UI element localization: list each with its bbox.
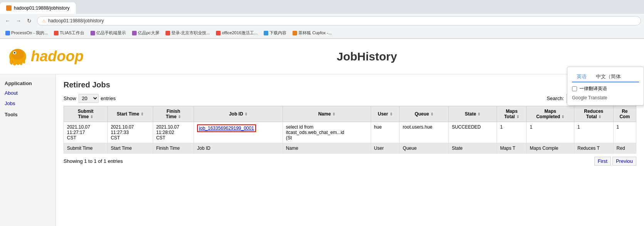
google-translate-label: Google Translate [572,95,639,100]
sort-arrows-maps-total: ⇕ [516,115,519,119]
bookmark-yipin2[interactable]: 亿品pc大屏 [130,29,162,37]
footer-reduces-total: Reduces T [574,143,613,154]
bookmark-download[interactable]: 下载内容 [261,29,289,37]
sort-arrows-jobid: ⇕ [244,112,248,116]
td-maps-completed: 1 [527,122,574,143]
footer-reduces-completed: Red [613,143,636,154]
retired-jobs-title: Retired Jobs [64,80,636,89]
showing-text: Showing 1 to 1 of 1 entries [64,158,123,164]
th-user[interactable]: User ⇕ [371,106,400,122]
sidebar: Application About Jobs Tools [0,74,56,226]
bookmark-label: 登录-北京市职业技... [171,30,210,36]
sidebar-section-application: Application [0,77,55,88]
sort-arrows-reduces-total: ⇕ [598,115,601,119]
show-entries-row: Show 20 50 100 entries Search: [64,94,636,103]
th-start-time[interactable]: Start Time ⇕ [107,106,153,122]
main-content: Retired Jobs Show 20 50 100 entries Sear… [56,74,644,226]
th-finish-time[interactable]: FinishTime ⇕ [153,106,194,122]
th-state[interactable]: State ⇕ [448,106,497,122]
footer-maps-completed: Maps Comple [527,143,574,154]
footer-state: State [448,143,497,154]
bookmark-favicon-office [216,31,221,35]
th-job-id[interactable]: Job ID ⇕ [194,106,283,122]
lang-tab-english[interactable]: 英语 [572,72,591,82]
footer-user: User [371,143,400,154]
previous-page-button[interactable]: Previou [612,157,636,166]
entries-label: entries [101,95,116,101]
th-name[interactable]: Name ⇕ [283,106,371,122]
tab-label: hadoop01:19888/jobhistory [14,5,70,11]
sort-arrows-user: ⇕ [390,112,393,116]
address-box[interactable]: ⚠ hadoop01:19888/jobhistory [37,16,641,25]
nav-icons: ← → ↻ [3,16,34,25]
active-tab[interactable]: hadoop01:19888/jobhistory [0,2,76,14]
svg-rect-5 [17,60,19,65]
bookmark-login[interactable]: 登录-北京市职业技... [163,29,212,37]
browser-chrome: hadoop01:19888/jobhistory ← → ↻ ⚠ hadoop… [0,0,644,39]
td-reduces-completed: 1 [613,122,636,143]
bookmark-office[interactable]: office2016激活工... [214,29,260,37]
td-finish-time: 2021.10.0711:28:02CST [153,122,194,143]
bookmark-processon[interactable]: ProcessOn - 我的... [3,29,50,37]
td-reduces-total: 1 [574,122,613,143]
entries-select[interactable]: 20 50 100 [79,94,99,103]
bookmark-favicon-yipin [90,31,95,35]
security-icon: ⚠ [42,18,46,23]
bookmark-favicon-on [5,31,10,35]
hadoop-logo-area: hadoop [0,43,90,70]
bookmark-label: 亿品pc大屏 [138,30,159,36]
table-header-row: SubmitTime ⇕ Start Time ⇕ FinishTime ⇕ J… [64,106,636,122]
svg-rect-4 [14,60,16,65]
th-reduces-completed[interactable]: ReCom [613,106,636,122]
sort-arrows-finish: ⇕ [178,115,181,119]
page-title-area: JobHistory [90,50,644,63]
bookmark-yipin[interactable]: 亿品手机端显示 [88,29,128,37]
sort-arrows-name: ⇕ [332,112,335,116]
footer-finish-time: Finish Time [153,143,194,154]
translate-checkbox[interactable] [572,86,577,91]
hadoop-logo-text: hadoop [31,48,84,65]
back-button[interactable]: ← [3,16,12,25]
td-maps-total: 1 [497,122,527,143]
pagination-row: Showing 1 to 1 of 1 entries First Previo… [64,157,636,166]
sidebar-link-about[interactable]: About [5,90,18,96]
footer-submit-time: Submit Time [64,143,108,154]
translate-checkbox-label: 一律翻译英语 [579,85,607,92]
reload-button[interactable]: ↻ [25,16,34,25]
sort-arrows-state: ⇕ [477,112,480,116]
bookmark-tlias[interactable]: TLIAS工作台 [52,29,87,37]
lang-tab-chinese[interactable]: 中文（简体 [591,72,626,82]
first-page-button[interactable]: First [594,157,611,166]
td-start-time: 2021.10.0711:27:33CST [107,122,153,143]
bookmark-favicon-yipin2 [132,31,137,35]
bookmark-cupfox[interactable]: 茶杯狐 Cupfox -... [290,29,334,37]
sidebar-link-jobs[interactable]: Jobs [5,100,15,106]
address-bar-row: ← → ↻ ⚠ hadoop01:19888/jobhistory [0,14,644,28]
svg-rect-6 [20,60,22,65]
th-queue[interactable]: Queue ⇕ [400,106,448,122]
jobs-table: SubmitTime ⇕ Start Time ⇕ FinishTime ⇕ J… [64,106,636,154]
th-maps-completed[interactable]: MapsCompleted ⇕ [527,106,574,122]
th-submit-time[interactable]: SubmitTime ⇕ [64,106,108,122]
search-label: Search: [547,95,564,101]
td-submit-time: 2021.10.0711:27:17CST [64,122,108,143]
sidebar-item-jobs[interactable]: Jobs [0,98,55,109]
td-state: SUCCEEDED [448,122,497,143]
job-id-link[interactable]: job_1633569629199_0001 [197,124,256,132]
th-maps-total[interactable]: MapsTotal ⇕ [497,106,527,122]
svg-point-3 [14,52,15,54]
bookmark-favicon-download [264,31,268,35]
sidebar-section-tools: Tools [0,109,55,119]
svg-rect-7 [23,60,25,64]
tab-bar: hadoop01:19888/jobhistory [0,0,644,14]
th-reduces-total[interactable]: ReducesTotal ⇕ [574,106,613,122]
bookmark-favicon-cupfox [293,31,297,35]
td-name: select id fromitcast_ods.web_chat_em...i… [283,122,371,143]
table-footer-row: Submit Time Start Time Finish Time Job I… [64,143,636,154]
sidebar-item-about[interactable]: About [0,88,55,98]
content-layout: Application About Jobs Tools Retired Job… [0,74,644,226]
forward-button[interactable]: → [14,16,23,25]
bookmark-label: TLIAS工作台 [60,30,84,36]
translate-popup: 英语 中文（简体 一律翻译英语 Google Translate [567,67,644,105]
bookmark-label: ProcessOn - 我的... [11,30,48,36]
